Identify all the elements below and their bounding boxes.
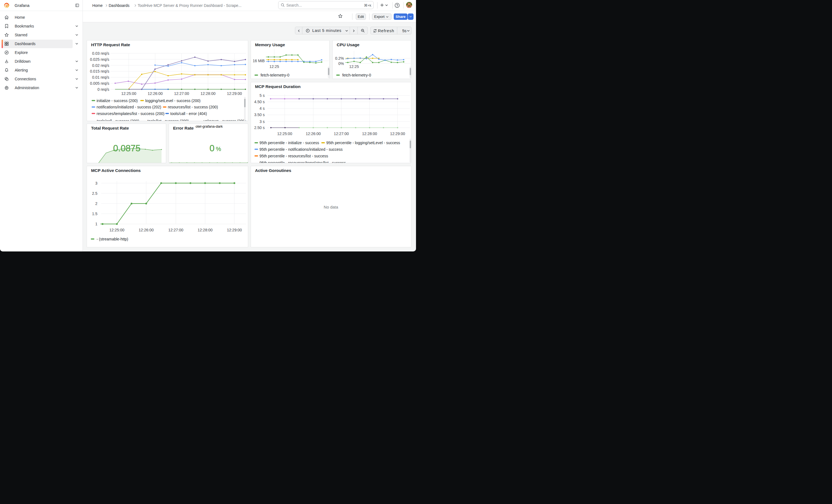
svg-text:12:26:00: 12:26:00 bbox=[306, 132, 321, 136]
svg-text:0%: 0% bbox=[338, 61, 344, 65]
svg-text:resources/templates/list - suc: resources/templates/list - success (200) bbox=[97, 111, 164, 115]
svg-text:12:27:00: 12:27:00 bbox=[174, 91, 189, 96]
svg-text:%: % bbox=[216, 146, 221, 153]
svg-text:resources/list - success (200): resources/list - success (200) bbox=[168, 105, 218, 109]
svg-text:tools/call - error (404): tools/call - error (404) bbox=[170, 111, 207, 115]
svg-text:logging/setLevel - success (20: logging/setLevel - success (200) bbox=[145, 98, 201, 103]
svg-text:0.01 req/s: 0.01 req/s bbox=[92, 75, 109, 80]
svg-text:unknown - success (200): unknown - success (200) bbox=[203, 119, 246, 121]
svg-text:95th percentile - notification: 95th percentile - notifications/initiali… bbox=[259, 147, 342, 151]
svg-text:12:28:00: 12:28:00 bbox=[198, 228, 213, 232]
svg-text:tools/call - success (200): tools/call - success (200) bbox=[97, 119, 139, 121]
svg-text:12:29:00: 12:29:00 bbox=[227, 228, 242, 232]
svg-text:0.015 req/s: 0.015 req/s bbox=[90, 69, 109, 74]
svg-text:0.0875: 0.0875 bbox=[113, 143, 140, 153]
svg-text:3: 3 bbox=[95, 181, 97, 185]
svg-text:- (streamable-http): - (streamable-http) bbox=[97, 237, 128, 241]
svg-text:12:25:00: 12:25:00 bbox=[121, 91, 136, 96]
svg-text:16 MiB: 16 MiB bbox=[253, 59, 265, 63]
svg-text:0.025 req/s: 0.025 req/s bbox=[90, 57, 109, 61]
svg-text:initialize - success (200): initialize - success (200) bbox=[97, 98, 137, 103]
svg-text:12:25: 12:25 bbox=[349, 64, 359, 69]
svg-text:0.02 req/s: 0.02 req/s bbox=[92, 63, 109, 68]
svg-text:notifications/initialized - su: notifications/initialized - success (202… bbox=[97, 105, 161, 109]
svg-text:12:27:00: 12:27:00 bbox=[334, 132, 349, 136]
svg-text:95th percentile - resources/li: 95th percentile - resources/list - succe… bbox=[259, 154, 328, 158]
svg-text:1.5: 1.5 bbox=[92, 212, 98, 216]
svg-text:2.5: 2.5 bbox=[92, 191, 98, 195]
svg-text:12:27:00: 12:27:00 bbox=[168, 228, 183, 232]
svg-text:0.2%: 0.2% bbox=[335, 56, 344, 60]
svg-text:3.50 s: 3.50 s bbox=[254, 112, 265, 117]
svg-text:2: 2 bbox=[95, 202, 97, 206]
svg-text:fetch-telemetry-0: fetch-telemetry-0 bbox=[342, 73, 371, 77]
svg-text:0 req/s: 0 req/s bbox=[97, 87, 109, 91]
svg-text:12:29:00: 12:29:00 bbox=[227, 91, 242, 96]
svg-text:12:29:00: 12:29:00 bbox=[390, 132, 405, 136]
svg-text:2.50 s: 2.50 s bbox=[254, 126, 265, 130]
svg-text:12:28:00: 12:28:00 bbox=[362, 132, 377, 136]
svg-text:0.03 req/s: 0.03 req/s bbox=[92, 51, 109, 56]
svg-text:tools/list - success (200): tools/list - success (200) bbox=[148, 119, 189, 121]
svg-text:12:25:00: 12:25:00 bbox=[109, 228, 125, 232]
svg-text:4.50 s: 4.50 s bbox=[254, 100, 265, 104]
svg-text:4 s: 4 s bbox=[259, 106, 265, 111]
svg-text:12:26:00: 12:26:00 bbox=[139, 228, 154, 232]
svg-text:12:25: 12:25 bbox=[269, 64, 279, 69]
svg-text:12:25:00: 12:25:00 bbox=[277, 132, 292, 136]
svg-text:95th percentile - initialize -: 95th percentile - initialize - success bbox=[259, 140, 319, 145]
svg-text:0: 0 bbox=[209, 143, 214, 153]
svg-text:fetch-telemetry-0: fetch-telemetry-0 bbox=[261, 73, 289, 77]
svg-text:95th percentile - logging/setL: 95th percentile - logging/setLevel - suc… bbox=[326, 140, 400, 145]
svg-text:3 s: 3 s bbox=[259, 120, 265, 124]
svg-text:95th percentile - resources/te: 95th percentile - resources/templates/li… bbox=[259, 161, 346, 163]
svg-text:5 s: 5 s bbox=[259, 93, 265, 98]
svg-text:1: 1 bbox=[95, 222, 97, 226]
svg-text:otel-grafana-dark: otel-grafana-dark bbox=[196, 125, 223, 129]
svg-text:0.005 req/s: 0.005 req/s bbox=[90, 81, 109, 85]
svg-text:12:28:00: 12:28:00 bbox=[201, 91, 216, 96]
svg-text:12:26:00: 12:26:00 bbox=[148, 91, 163, 96]
